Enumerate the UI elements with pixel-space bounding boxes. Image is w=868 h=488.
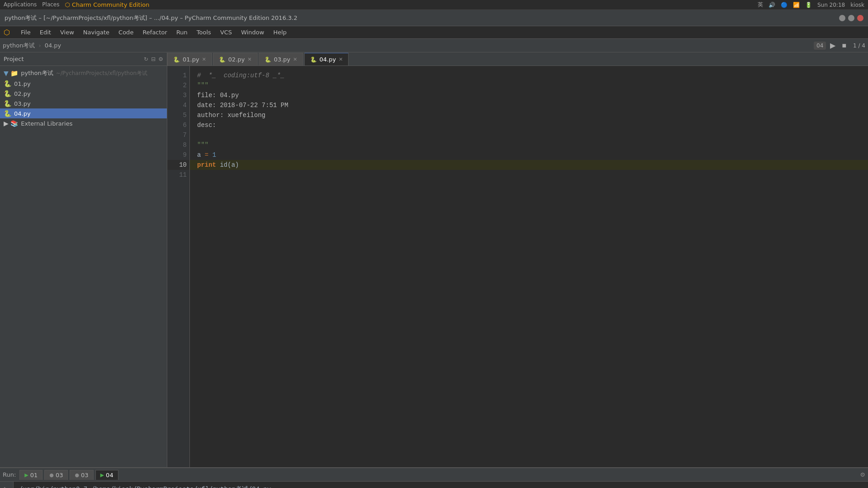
sync-icon[interactable]: ↻ [144,56,148,62]
tab-02-close[interactable]: ✕ [247,56,251,62]
run-button[interactable]: ▶ [828,40,838,51]
minimize-button[interactable] [839,15,845,21]
network-icon: 📶 [793,2,800,8]
tab-04-label: 04.py [320,56,336,63]
tab-indicator: 04 [814,42,826,50]
refactor-menu[interactable]: Refactor [138,27,172,38]
tab-03-label: 03.py [274,56,291,63]
root-path: ~/PycharmProjects/xfl/python考试 [56,70,147,77]
run-tab-01[interactable]: ▶ 01 [19,470,42,480]
edit-menu[interactable]: Edit [35,27,56,38]
tab-01-close[interactable]: ✕ [202,56,206,62]
tree-file-03[interactable]: 🐍 03.py [0,99,167,108]
run-sidebar: ▶ ↑ ■ ⏸ ≡ 🗑 ✕ ? [0,482,14,488]
project-tree: ▼ 📁 python考试 ~/PycharmProjects/xfl/pytho… [0,66,167,467]
view-menu[interactable]: View [56,27,79,38]
code-editor[interactable]: 12345 678910 11 # *_ coding:utf-8 _*_ ""… [167,66,868,467]
tab-01-label: 01.py [183,56,199,63]
navigate-menu[interactable]: Navigate [79,27,114,38]
tree-file-02[interactable]: 🐍 02.py [0,89,167,99]
run-tab-03b[interactable]: ● 03 [70,470,93,480]
window-title: python考试 – [~/PycharmProjects/xfl/python… [5,14,297,22]
pycharm-logo: ⬡ Charm Community Edition [65,1,149,8]
collapse-icon[interactable]: ⊟ [151,56,156,62]
run-03b-icon: ● [75,472,79,478]
gear-icon[interactable]: ⚙ [158,56,163,62]
help-menu[interactable]: Help [269,27,291,38]
line-numbers: 12345 678910 11 [167,66,190,467]
tree-root[interactable]: ▼ 📁 python考试 ~/PycharmProjects/xfl/pytho… [0,68,167,79]
close-button[interactable] [857,15,863,21]
run-tab-04-label: 04 [106,472,113,479]
run-tab-03a[interactable]: ● 03 [44,470,68,480]
tab-03-icon: 🐍 [264,56,271,63]
sysbar-right: 英 🔊 🔵 📶 🔋 Sun 20:18 kiosk [758,1,864,9]
lang-indicator: 英 [758,1,763,9]
tab-04py[interactable]: 🐍 04.py ✕ [304,53,349,66]
external-libs-icon: ▶ 📚 [4,120,18,127]
vcs-menu[interactable]: VCS [216,27,236,38]
system-bar: Applications Places ⬡ Charm Community Ed… [0,0,868,10]
tab-03-close[interactable]: ✕ [293,56,297,62]
folder-icon: ▼ 📁 [4,70,18,77]
run-03a-icon: ● [49,472,54,478]
run-tab-03b-label: 03 [81,472,89,479]
audio-icon: 🔊 [769,2,775,8]
tab-04-icon: 🐍 [310,56,317,63]
breadcrumb-file: 04.py [45,42,61,49]
run-menu[interactable]: Run [172,27,192,38]
title-bar: python考试 – [~/PycharmProjects/xfl/python… [0,10,868,26]
run-command-line: /usr/bin/python2.7 /home/kiosk/PycharmPr… [19,485,863,488]
editor-tabs: 🐍 01.py ✕ 🐍 02.py ✕ 🐍 03.py ✕ 🐍 04.py ✕ [167,52,868,66]
run-panel-controls: ⚙ [860,471,865,478]
tree-file-04[interactable]: 🐍 04.py [0,108,167,118]
tab-02py[interactable]: 🐍 02.py ✕ [213,53,258,66]
tab-03py[interactable]: 🐍 03.py ✕ [259,53,303,66]
tab-02-icon: 🐍 [219,56,226,63]
places-menu[interactable]: Places [42,1,59,8]
py-icon: 🐍 [4,100,11,107]
tools-menu[interactable]: Tools [192,27,216,38]
file-01-label: 01.py [14,80,31,87]
run-04-icon: ▶ [100,472,104,478]
project-panel-title: Project [4,56,24,62]
code-menu[interactable]: Code [114,27,138,38]
clock: Sun 20:18 [817,2,845,8]
run-output: /usr/bin/python2.7 /home/kiosk/PycharmPr… [14,482,868,488]
file-menu[interactable]: File [16,27,35,38]
tree-external-libs[interactable]: ▶ 📚 External Libraries [0,118,167,128]
run-settings-icon[interactable]: ⚙ [860,471,865,478]
run-tab-04[interactable]: ▶ 04 [95,470,118,480]
tab-count: 1 / 4 [853,42,865,49]
project-panel-header: Project ↻ ⊟ ⚙ [0,52,167,66]
run-tab-03a-label: 03 [56,472,63,479]
main-area: Project ↻ ⊟ ⚙ ▼ 📁 python考试 ~/PycharmProj… [0,52,868,467]
breadcrumb-project: python考试 [3,42,35,50]
run-play-button[interactable]: ▶ [1,483,12,488]
menu-bar: ⬡ File Edit View Navigate Code Refactor … [0,26,868,39]
window-controls[interactable] [839,15,863,21]
tree-file-01[interactable]: 🐍 01.py [0,79,167,89]
bluetooth-icon: 🔵 [781,2,788,8]
run-01-icon: ▶ [24,472,28,478]
run-tab-01-label: 01 [30,472,38,479]
py-icon: 🐍 [4,110,11,117]
code-content[interactable]: # *_ coding:utf-8 _*_ """ file: 04.py da… [190,66,868,467]
project-panel: Project ↻ ⊟ ⚙ ▼ 📁 python考试 ~/PycharmProj… [0,52,167,467]
stop-button[interactable]: ■ [840,41,849,51]
breadcrumb-sep1: › [38,42,41,49]
username: kiosk [850,2,864,8]
run-tabs: Run: ▶ 01 ● 03 ● 03 ▶ 04 ⚙ [0,468,868,482]
toolbar2: python考试 › 04.py 04 ▶ ■ 1 / 4 [0,39,868,52]
tab-01py[interactable]: 🐍 01.py ✕ [167,53,212,66]
external-libs-label: External Libraries [21,120,72,127]
py-icon: 🐍 [4,80,11,87]
tab-02-label: 02.py [228,56,245,63]
battery-icon: 🔋 [805,2,812,8]
maximize-button[interactable] [848,15,854,21]
tab-04-close[interactable]: ✕ [339,56,343,62]
applications-menu[interactable]: Applications [4,1,37,8]
window-menu[interactable]: Window [236,27,269,38]
run-controls: 04 ▶ ■ 1 / 4 [814,40,865,51]
tab-01-icon: 🐍 [173,56,180,63]
